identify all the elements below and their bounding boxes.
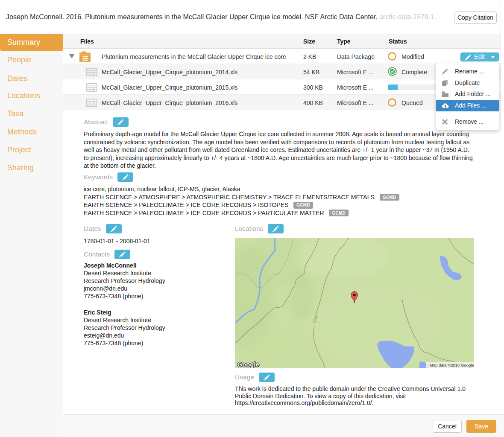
svg-text:Map data ©2016 Google: Map data ©2016 Google bbox=[430, 363, 474, 367]
svg-text:Google: Google bbox=[237, 361, 259, 368]
